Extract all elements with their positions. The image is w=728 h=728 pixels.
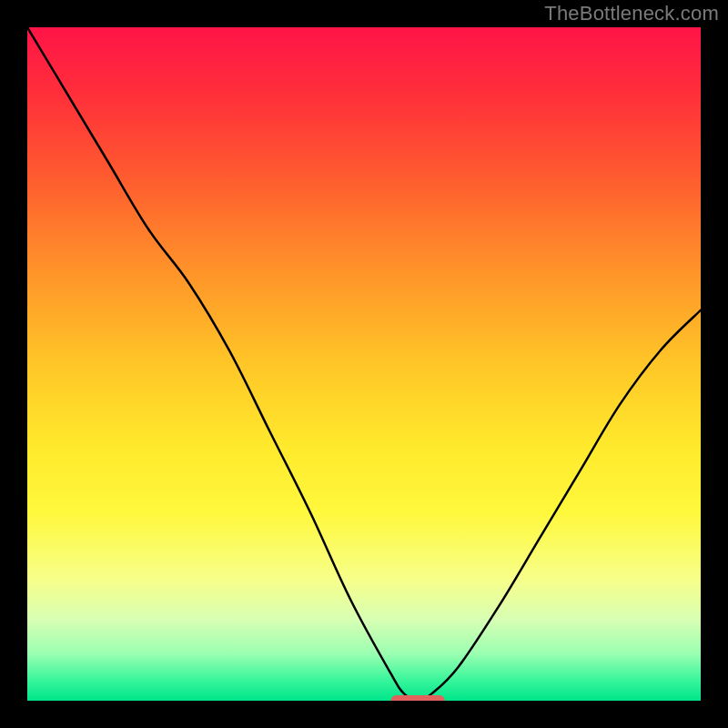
optimum-marker [391, 695, 445, 701]
bottleneck-chart [27, 27, 701, 701]
chart-frame: TheBottleneck.com [0, 0, 728, 728]
chart-svg [27, 27, 701, 701]
watermark-text: TheBottleneck.com [544, 2, 719, 25]
gradient-background [27, 27, 701, 701]
